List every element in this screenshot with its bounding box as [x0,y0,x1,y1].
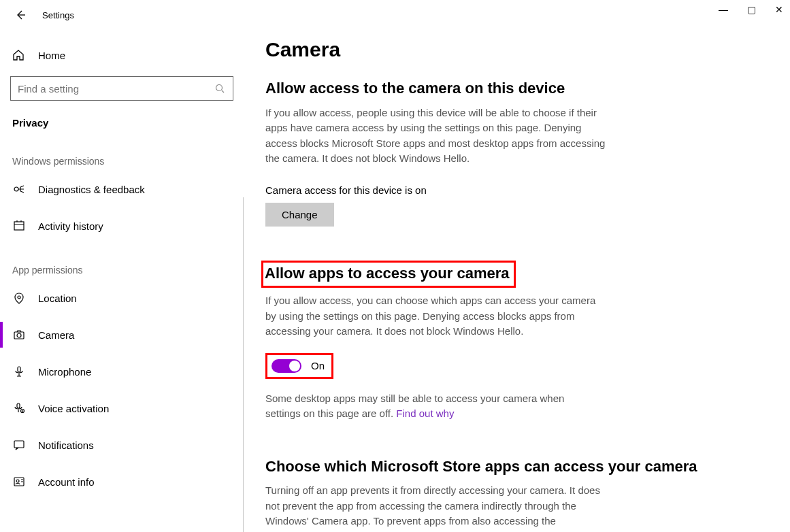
section3-title: Choose which Microsoft Store apps can ac… [265,457,768,477]
section2: Allow apps to access your camera If you … [265,261,768,422]
nav-home[interactable]: Home [0,39,244,71]
section2-title: Allow apps to access your camera [265,264,510,284]
account-icon [12,476,26,488]
svg-rect-9 [14,441,24,448]
section1-desc: If you allow access, people using this d… [265,105,606,167]
nav-label: Voice activation [38,403,109,414]
nav-label: Microphone [38,366,91,378]
sidebar: Settings Home Privacy Windows permission… [0,0,244,532]
maximize-button[interactable]: ▢ [747,4,756,15]
close-button[interactable]: ✕ [775,4,783,15]
nav-label: Diagnostics & feedback [38,184,145,195]
nav-label: Location [38,293,77,304]
microphone-icon [12,365,26,378]
svg-rect-6 [18,367,20,372]
nav-microphone[interactable]: Microphone [0,353,244,390]
titlebar: Settings [0,0,244,30]
app-title: Settings [42,10,74,20]
camera-icon [12,329,26,341]
group-app-permissions: App permissions [0,244,244,280]
svg-point-0 [216,85,223,91]
minimize-button[interactable]: — [719,4,728,15]
history-icon [12,220,26,232]
category-label: Privacy [0,101,244,135]
change-button[interactable]: Change [265,203,334,227]
voice-icon [12,402,26,414]
toggle-label: On [311,360,325,371]
location-icon [12,292,26,304]
search-input[interactable] [18,83,215,95]
feedback-icon [12,183,26,195]
group-windows-permissions: Windows permissions [0,135,244,171]
camera-access-status: Camera access for this device is on [265,184,768,196]
nav-account[interactable]: Account info [0,463,244,500]
nav-label: Activity history [38,220,103,232]
nav-location[interactable]: Location [0,280,244,316]
toggle-row: On [265,353,768,379]
arrow-left-icon [15,10,26,20]
search-icon [215,84,226,93]
home-icon [12,49,26,61]
nav-voice[interactable]: Voice activation [0,390,244,427]
find-out-why-link[interactable]: Find out why [396,408,454,419]
search-box[interactable] [10,76,233,101]
section3-desc: Turning off an app prevents it from dire… [265,483,606,529]
highlight-box-toggle: On [265,353,333,379]
window-controls: — ▢ ✕ [719,4,783,15]
svg-rect-2 [14,222,24,230]
main-content: — ▢ ✕ Camera Allow access to the camera … [244,0,790,532]
svg-point-11 [16,480,19,482]
svg-point-5 [17,333,21,337]
nav-diagnostics[interactable]: Diagnostics & feedback [0,171,244,207]
highlight-box-title: Allow apps to access your camera [261,261,516,288]
svg-point-1 [14,187,18,191]
nav-camera[interactable]: Camera [0,316,244,353]
nav-label: Camera [38,329,74,341]
toggle-knob [289,361,300,371]
section2-desc: If you allow access, you can choose whic… [265,293,606,339]
section1-title: Allow access to the camera on this devic… [265,79,768,99]
notifications-icon [12,439,26,451]
page-title: Camera [265,38,768,61]
nav-label: Account info [38,476,95,488]
back-button[interactable] [12,7,29,23]
nav-label: Notifications [38,439,94,451]
nav-activity[interactable]: Activity history [0,207,244,244]
desktop-note: Some desktop apps may still be able to a… [265,391,585,422]
section3: Choose which Microsoft Store apps can ac… [265,457,768,529]
svg-rect-7 [17,403,20,408]
nav-home-label: Home [38,50,65,61]
nav-notifications[interactable]: Notifications [0,427,244,463]
allow-apps-toggle[interactable] [271,359,301,373]
svg-point-3 [18,296,20,299]
